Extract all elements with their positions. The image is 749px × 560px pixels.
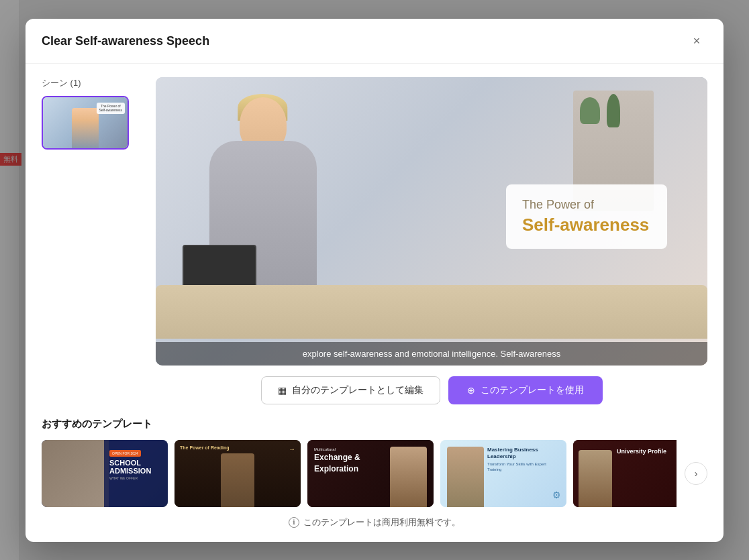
tc3-title: Exchange &Exploration bbox=[314, 452, 360, 475]
tc5-person bbox=[579, 450, 612, 507]
info-icon: ℹ bbox=[289, 517, 299, 528]
modal-dialog: Clear Self-awareness Speech × シーン (1) Th… bbox=[26, 19, 723, 542]
tc3-label: Multicultural bbox=[314, 447, 360, 452]
preview-bg: The Power of Self-awareness explore self… bbox=[156, 77, 707, 366]
tc4-person bbox=[447, 447, 484, 507]
tc3-person bbox=[390, 447, 427, 507]
preview-table bbox=[156, 285, 707, 339]
tc1-content: OPEN FOR 2024 SCHOOLADMISSION WHAT WE OF… bbox=[42, 440, 168, 507]
use-button-label: このテンプレートを使用 bbox=[481, 384, 584, 396]
tc4-content: Mastering Business Leadership Transform … bbox=[440, 440, 566, 507]
scene-thumb-person bbox=[72, 108, 99, 148]
shelf-plant-2 bbox=[607, 94, 620, 127]
plus-circle-icon: ⊕ bbox=[467, 385, 475, 396]
template-card-1[interactable]: OPEN FOR 2024 SCHOOLADMISSION WHAT WE OF… bbox=[42, 440, 168, 507]
modal-title: Clear Self-awareness Speech bbox=[42, 34, 209, 48]
scenes-sidebar: シーン (1) The Power ofSelf-awareness bbox=[42, 77, 142, 404]
commercial-notice-text: このテンプレートは商用利用無料です。 bbox=[303, 516, 460, 528]
edit-icon: ▦ bbox=[278, 385, 287, 396]
shelf-plant-1 bbox=[580, 97, 600, 124]
tc1-sub: WHAT WE OFFER bbox=[109, 476, 162, 480]
preview-caption: explore self-awareness and emotional int… bbox=[156, 342, 707, 366]
preview-text-line1: The Power of bbox=[522, 198, 651, 212]
templates-row: OPEN FOR 2024 SCHOOLADMISSION WHAT WE OF… bbox=[42, 440, 707, 507]
edit-button-label: 自分のテンプレートとして編集 bbox=[292, 384, 423, 396]
edit-template-button[interactable]: ▦ 自分のテンプレートとして編集 bbox=[261, 376, 440, 404]
template-cards: OPEN FOR 2024 SCHOOLADMISSION WHAT WE OF… bbox=[42, 440, 677, 507]
preview-image: The Power of Self-awareness explore self… bbox=[156, 77, 707, 366]
template-card-4[interactable]: Mastering Business Leadership Transform … bbox=[440, 440, 566, 507]
close-button[interactable]: × bbox=[686, 31, 707, 52]
tc2-person bbox=[221, 453, 254, 507]
preview-text-line2: Self-awareness bbox=[522, 215, 651, 235]
scene-thumb-text: The Power ofSelf-awareness bbox=[97, 103, 125, 114]
tc5-text: University Profile bbox=[617, 448, 677, 455]
tc1-badge: OPEN FOR 2024 bbox=[109, 450, 141, 457]
scene-label: シーン (1) bbox=[42, 77, 142, 89]
tc4-gear-icon: ⚙ bbox=[552, 490, 561, 500]
next-templates-button[interactable]: › bbox=[685, 462, 707, 485]
tc5-content: University Profile bbox=[573, 440, 677, 507]
tc2-text: The Power of Reading bbox=[180, 445, 230, 450]
template-card-5[interactable]: University Profile bbox=[573, 440, 677, 507]
use-template-button[interactable]: ⊕ このテンプレートを使用 bbox=[448, 376, 603, 404]
recommended-label: おすすめのテンプレート bbox=[42, 418, 707, 431]
tc3-text: Multicultural Exchange &Exploration bbox=[314, 447, 360, 475]
tc4-text: Mastering Business Leadership Transform … bbox=[487, 447, 561, 473]
tc1-text-area: OPEN FOR 2024 SCHOOLADMISSION WHAT WE OF… bbox=[104, 440, 168, 507]
tc3-content: Multicultural Exchange &Exploration bbox=[307, 440, 434, 507]
tc2-content: The Power of Reading → bbox=[174, 440, 301, 507]
modal-bottom: おすすめのテンプレート OPEN FOR 2024 SCHOOLADMISSIO… bbox=[26, 418, 723, 542]
main-preview: The Power of Self-awareness explore self… bbox=[156, 77, 707, 404]
tc1-building-bg bbox=[42, 440, 109, 507]
scene-thumb-inner: The Power ofSelf-awareness bbox=[43, 97, 128, 148]
commercial-notice: ℹ このテンプレートは商用利用無料です。 bbox=[42, 516, 707, 528]
modal-overlay: Clear Self-awareness Speech × シーン (1) Th… bbox=[0, 0, 749, 560]
preview-text-overlay: The Power of Self-awareness bbox=[506, 184, 667, 249]
tc1-title: SCHOOLADMISSION bbox=[109, 459, 162, 475]
tc2-arrow: → bbox=[289, 445, 295, 453]
scene-thumbnail-1[interactable]: The Power ofSelf-awareness bbox=[42, 96, 129, 150]
modal-body: シーン (1) The Power ofSelf-awareness bbox=[26, 64, 723, 418]
template-card-2[interactable]: The Power of Reading → bbox=[174, 440, 301, 507]
template-card-3[interactable]: Multicultural Exchange &Exploration bbox=[307, 440, 434, 507]
modal-header: Clear Self-awareness Speech × bbox=[26, 19, 723, 64]
action-buttons: ▦ 自分のテンプレートとして編集 ⊕ このテンプレートを使用 bbox=[156, 376, 707, 404]
